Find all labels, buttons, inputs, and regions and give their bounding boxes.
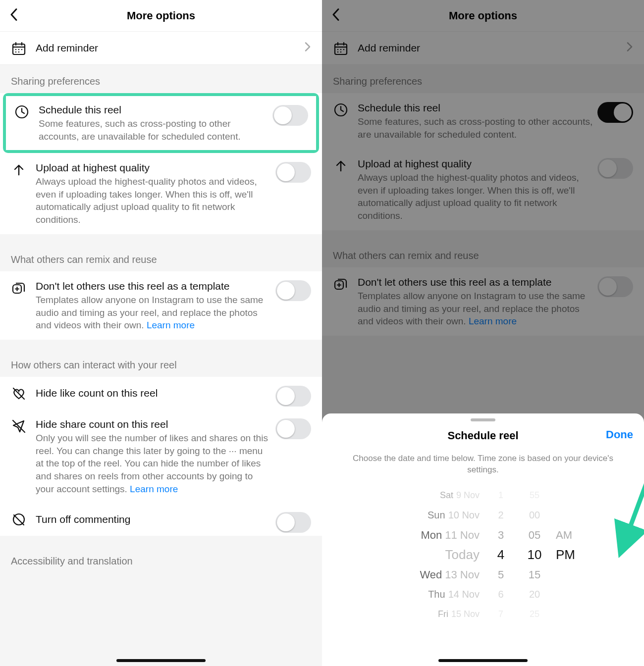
- schedule-reel-row[interactable]: Schedule this reel Some features, such a…: [322, 93, 644, 149]
- share-off-icon: [11, 418, 27, 434]
- add-reminder-row[interactable]: Add reminder: [0, 32, 322, 65]
- template-icon: [11, 280, 27, 296]
- chevron-right-icon: [626, 41, 633, 56]
- heart-off-icon: [11, 386, 27, 402]
- home-indicator: [438, 659, 528, 662]
- turn-off-commenting-title: Turn off commenting: [36, 512, 311, 526]
- svg-point-7: [15, 51, 16, 52]
- upload-quality-title: Upload at highest quality: [358, 157, 593, 171]
- learn-more-link[interactable]: Learn more: [147, 320, 195, 330]
- svg-point-8: [18, 51, 19, 52]
- schedule-sheet: Schedule reel Done Choose the date and t…: [322, 413, 644, 666]
- add-reminder-label: Add reminder: [358, 41, 633, 55]
- page-title: More options: [449, 9, 517, 22]
- left-screenshot: More options Add reminder Sharing prefer…: [0, 0, 322, 666]
- schedule-toggle[interactable]: [597, 102, 633, 123]
- picker-date-column[interactable]: Sat9 Nov Sun10 Nov Mon11 Nov Today Wed13…: [385, 486, 480, 624]
- template-row[interactable]: Don't let others use this reel as a temp…: [322, 267, 644, 336]
- picker-hour-column[interactable]: 1 2 3 4 5 6 7: [488, 486, 513, 624]
- hide-likes-row[interactable]: Hide like count on this reel: [0, 377, 322, 410]
- hide-likes-toggle[interactable]: [275, 386, 311, 407]
- chevron-right-icon: [304, 41, 311, 56]
- svg-point-4: [15, 49, 16, 50]
- template-icon: [333, 276, 349, 292]
- schedule-title: Schedule this reel: [39, 103, 268, 117]
- sheet-grabber[interactable]: [471, 418, 495, 421]
- sheet-title: Schedule reel: [447, 429, 518, 442]
- arrow-up-icon: [333, 158, 349, 174]
- upload-quality-row[interactable]: Upload at highest quality Always upload …: [0, 153, 322, 234]
- back-button[interactable]: [331, 7, 341, 24]
- arrow-up-icon: [11, 162, 27, 178]
- svg-point-23: [343, 49, 344, 50]
- upload-quality-title: Upload at highest quality: [36, 161, 271, 175]
- section-interact: How others can interact with your reel: [0, 349, 322, 377]
- clock-icon: [14, 104, 30, 120]
- upload-quality-row[interactable]: Upload at highest quality Always upload …: [322, 149, 644, 230]
- picker-minute-column[interactable]: 55 00 05 10 15 20 25: [522, 486, 547, 624]
- turn-off-commenting-row[interactable]: Turn off commenting: [0, 503, 322, 536]
- section-sharing-prefs: Sharing preferences: [322, 65, 644, 93]
- upload-quality-toggle[interactable]: [597, 158, 633, 179]
- schedule-reel-row[interactable]: Schedule this reel Some features, such a…: [6, 96, 316, 150]
- section-remix: What others can remix and reuse: [0, 243, 322, 271]
- learn-more-link-2[interactable]: Learn more: [130, 484, 178, 494]
- svg-point-5: [18, 49, 19, 50]
- header: More options: [0, 0, 322, 32]
- section-remix: What others can remix and reuse: [322, 239, 644, 267]
- right-screenshot: More options Add reminder Sharing prefer…: [322, 0, 644, 666]
- template-title: Don't let others use this reel as a temp…: [36, 279, 271, 293]
- schedule-desc: Some features, such as cross-posting to …: [358, 115, 593, 141]
- calendar-icon: [333, 41, 349, 56]
- calendar-icon: [11, 41, 27, 56]
- schedule-title: Schedule this reel: [358, 101, 593, 115]
- template-desc: Templates allow anyone on Instagram to u…: [358, 290, 593, 328]
- svg-point-21: [337, 49, 338, 50]
- header: More options: [322, 0, 644, 32]
- comment-off-icon: [11, 512, 27, 528]
- done-button[interactable]: Done: [606, 428, 633, 441]
- template-toggle[interactable]: [275, 280, 311, 301]
- template-toggle[interactable]: [597, 276, 633, 297]
- schedule-highlight: Schedule this reel Some features, such a…: [3, 93, 319, 153]
- upload-quality-toggle[interactable]: [275, 162, 311, 183]
- svg-point-6: [21, 49, 22, 50]
- turn-off-commenting-toggle[interactable]: [275, 512, 311, 533]
- hide-shares-desc: Only you will see the number of likes an…: [36, 432, 271, 495]
- clock-icon: [333, 102, 349, 118]
- template-row[interactable]: Don't let others use this reel as a temp…: [0, 271, 322, 340]
- section-accessibility: Accessibility and translation: [0, 545, 322, 573]
- hide-shares-row[interactable]: Hide share count on this reel Only you w…: [0, 410, 322, 504]
- add-reminder-label: Add reminder: [36, 41, 311, 55]
- template-desc: Templates allow anyone on Instagram to u…: [36, 294, 271, 332]
- page-title: More options: [127, 9, 195, 22]
- sheet-subtitle: Choose the date and time below. Time zon…: [322, 451, 644, 486]
- svg-point-24: [337, 51, 338, 52]
- schedule-toggle[interactable]: [272, 105, 308, 126]
- hide-shares-toggle[interactable]: [275, 418, 311, 439]
- upload-quality-desc: Always upload the highest-quality photos…: [36, 175, 271, 226]
- home-indicator: [116, 659, 206, 662]
- learn-more-link[interactable]: Learn more: [469, 316, 517, 326]
- template-title: Don't let others use this reel as a temp…: [358, 275, 593, 289]
- add-reminder-row[interactable]: Add reminder: [322, 32, 644, 65]
- datetime-picker[interactable]: Sat9 Nov Sun10 Nov Mon11 Nov Today Wed13…: [322, 486, 644, 624]
- schedule-desc: Some features, such as cross-posting to …: [39, 117, 268, 143]
- back-button[interactable]: [9, 7, 19, 24]
- svg-point-22: [340, 49, 341, 50]
- hide-shares-title: Hide share count on this reel: [36, 417, 271, 431]
- picker-ampm-column[interactable]: AM PM: [556, 486, 581, 624]
- hide-likes-title: Hide like count on this reel: [36, 386, 311, 400]
- svg-point-25: [340, 51, 341, 52]
- section-sharing-prefs: Sharing preferences: [0, 65, 322, 93]
- upload-quality-desc: Always upload the highest-quality photos…: [358, 171, 593, 222]
